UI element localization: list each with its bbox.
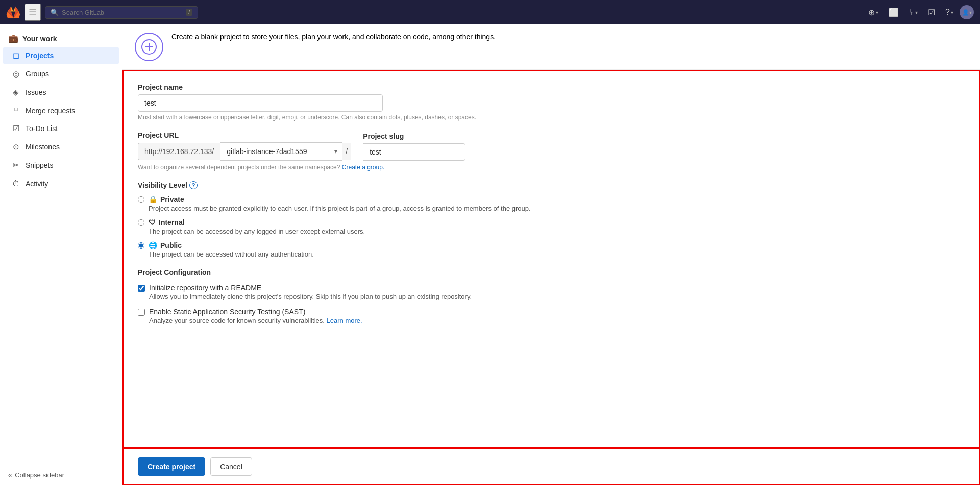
todo-list-button[interactable]: ☑	[924, 5, 939, 20]
slash-shortcut-badge: /	[186, 9, 192, 16]
sidebar-item-issues[interactable]: ◈ Issues	[3, 84, 119, 101]
sidebar-item-groups-label: Groups	[26, 70, 49, 78]
merge-request-icon: ⑂	[909, 8, 914, 17]
shield-icon: 🛡	[149, 218, 156, 226]
gitlab-logo[interactable]	[6, 5, 20, 19]
collapse-icon: «	[8, 471, 12, 479]
project-config-label: Project Configuration	[138, 268, 965, 276]
sast-learn-more-link[interactable]: Learn more.	[327, 317, 362, 324]
init-readme-desc: Allows you to immediately clone this pro…	[149, 293, 472, 300]
sidebar-item-todo-label: To-Do List	[26, 124, 58, 133]
sidebar-item-milestones[interactable]: ⊙ Milestones	[3, 138, 119, 156]
search-icon: 🔍	[51, 9, 59, 16]
project-url-label: Project URL	[138, 131, 351, 139]
search-box: 🔍 /	[45, 6, 198, 19]
sast-desc: Analyze your source code for known secur…	[149, 317, 362, 324]
globe-icon: 🌐	[149, 241, 157, 249]
init-readme-label[interactable]: Initialize repository with a README	[149, 284, 261, 292]
visibility-private-desc: Project access must be granted explicitl…	[149, 205, 531, 212]
project-type-header: Create a blank project to store your fil…	[122, 24, 980, 70]
sidebar-item-merge-requests[interactable]: ⑂ Merge requests	[3, 102, 119, 119]
milestones-icon: ⊙	[11, 142, 20, 151]
namespace-hint: Want to organize several dependent proje…	[138, 164, 965, 171]
user-avatar[interactable]: 👤 ▾	[960, 5, 974, 19]
sidebar: 💼 Your work ◻ Projects ◎ Groups ◈ Issues…	[0, 24, 122, 485]
project-name-group: Project name Must start with a lowercase…	[138, 83, 965, 121]
merge-requests-button[interactable]: ⑂ ▾	[905, 5, 922, 20]
lock-icon: 🔒	[149, 195, 157, 203]
visibility-private-radio[interactable]	[138, 196, 144, 203]
your-work-section: 💼 Your work	[0, 29, 122, 46]
sidebar-item-projects[interactable]: ◻ Projects	[3, 47, 119, 64]
topnav-icon-group: ⊕ ▾ ⬜ ⑂ ▾ ☑ ? ▾ 👤 ▾	[864, 5, 974, 20]
main-content: Create a blank project to store your fil…	[122, 24, 980, 485]
sidebar-item-projects-label: Projects	[26, 52, 54, 60]
collapse-sidebar-button[interactable]: « Collapse sidebar	[0, 465, 122, 485]
create-group-link[interactable]: Create a group.	[342, 164, 384, 171]
merge-requests-icon: ⑂	[11, 106, 20, 115]
sidebar-item-todo-list[interactable]: ☑ To-Do List	[3, 120, 119, 137]
visibility-internal-radio[interactable]	[138, 219, 144, 226]
visibility-internal-label[interactable]: 🛡 Internal	[149, 218, 365, 226]
visibility-options: 🔒 Private Project access must be granted…	[138, 195, 965, 258]
top-navigation: ☰ 🔍 / ⊕ ▾ ⬜ ⑂ ▾ ☑ ? ▾ 👤 ▾	[0, 0, 980, 24]
help-circle-icon: ?	[945, 8, 950, 17]
visibility-option-public: 🌐 Public The project can be accessed wit…	[138, 241, 965, 258]
help-button[interactable]: ? ▾	[941, 5, 958, 20]
issues-icon: ◈	[11, 88, 20, 97]
groups-icon: ◎	[11, 69, 20, 79]
create-dropdown-arrow: ▾	[876, 10, 878, 15]
project-url-static: http://192.168.72.133/	[138, 143, 220, 160]
sast-checkbox[interactable]	[138, 309, 145, 316]
visibility-option-internal: 🛡 Internal The project can be accessed b…	[138, 218, 965, 235]
project-slug-input[interactable]	[363, 143, 465, 161]
sidebar-item-merge-requests-label: Merge requests	[26, 107, 75, 115]
create-project-button[interactable]: Create project	[138, 457, 205, 476]
visibility-private-label[interactable]: 🔒 Private	[149, 195, 531, 203]
namespace-select[interactable]: gitlab-instance-7dad1559	[220, 142, 342, 161]
visibility-public-radio[interactable]	[138, 242, 144, 249]
projects-icon: ◻	[11, 51, 20, 60]
project-slug-label: Project slug	[363, 132, 965, 140]
visibility-label: Visibility Level	[138, 181, 187, 189]
url-slash: /	[342, 143, 351, 160]
project-name-input[interactable]	[138, 94, 383, 112]
sidebar-item-issues-label: Issues	[26, 88, 46, 96]
search-input[interactable]	[62, 9, 183, 16]
sidebar-item-snippets[interactable]: ✂ Snippets	[3, 157, 119, 174]
profile-overview-button[interactable]: ⬜	[885, 5, 903, 20]
hamburger-menu-button[interactable]: ☰	[24, 4, 41, 21]
visibility-internal-desc: The project can be accessed by any logge…	[149, 227, 365, 235]
avatar-image: 👤	[962, 9, 969, 16]
project-name-hint: Must start with a lowercase or uppercase…	[138, 114, 965, 121]
project-name-label: Project name	[138, 83, 965, 91]
visibility-help-icon[interactable]: ?	[189, 181, 198, 189]
create-project-form: Project name Must start with a lowercase…	[122, 70, 980, 448]
form-actions: Create project Cancel	[122, 448, 980, 485]
visibility-option-private: 🔒 Private Project access must be granted…	[138, 195, 965, 212]
config-option-sast: Enable Static Application Security Testi…	[138, 308, 965, 324]
init-readme-checkbox[interactable]	[138, 285, 145, 292]
blank-project-icon	[135, 33, 163, 61]
todo-icon: ☑	[928, 8, 935, 17]
project-template-icon	[141, 39, 157, 55]
create-new-button[interactable]: ⊕ ▾	[864, 5, 883, 20]
snippets-icon: ✂	[11, 161, 20, 170]
activity-icon: ⏱	[11, 179, 20, 188]
user-dropdown-arrow: ▾	[969, 10, 972, 15]
cancel-button[interactable]: Cancel	[210, 457, 252, 476]
profile-square-icon: ⬜	[889, 8, 899, 17]
sidebar-item-groups[interactable]: ◎ Groups	[3, 65, 119, 83]
sidebar-item-activity-label: Activity	[26, 180, 48, 188]
briefcase-icon: 💼	[8, 34, 18, 43]
sidebar-item-snippets-label: Snippets	[26, 161, 53, 169]
project-url-group: Project URL http://192.168.72.133/ gitla…	[138, 131, 965, 171]
sast-label[interactable]: Enable Static Application Security Testi…	[149, 308, 305, 316]
sidebar-item-activity[interactable]: ⏱ Activity	[3, 175, 119, 192]
help-dropdown-arrow: ▾	[951, 10, 953, 15]
project-config-group: Project Configuration Initialize reposit…	[138, 268, 965, 324]
todo-list-icon: ☑	[11, 124, 20, 133]
config-option-readme: Initialize repository with a README Allo…	[138, 284, 965, 300]
visibility-public-label[interactable]: 🌐 Public	[149, 241, 314, 249]
namespace-select-wrapper: gitlab-instance-7dad1559	[220, 142, 342, 161]
